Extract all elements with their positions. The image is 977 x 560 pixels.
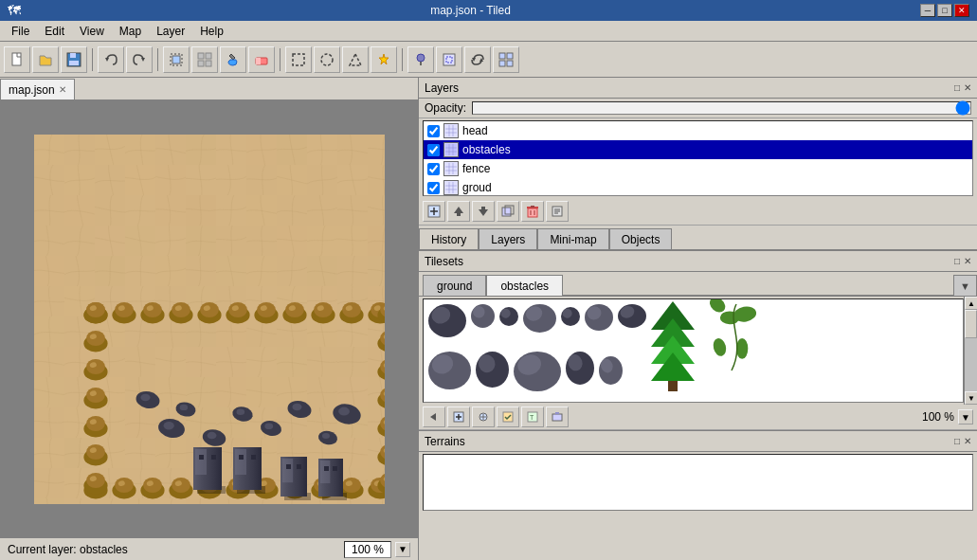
layer-fence-name: fence	[462, 162, 968, 175]
select-object-button[interactable]	[436, 46, 462, 73]
layers-float-button[interactable]: □	[954, 82, 960, 93]
layer-item-fence[interactable]: fence	[424, 159, 972, 178]
rect-select-button[interactable]	[285, 46, 312, 73]
menu-file[interactable]: File	[4, 23, 37, 40]
layer-obstacles-icon	[443, 142, 459, 157]
layer-fence-checkbox[interactable]	[427, 163, 440, 175]
opacity-slider[interactable]	[472, 101, 971, 115]
toolbar-separator-2	[157, 48, 158, 71]
tileset-edit-button[interactable]	[472, 406, 495, 427]
tile-canvas[interactable]	[34, 135, 385, 504]
svg-rect-3	[69, 61, 79, 65]
move-layer-up-button[interactable]	[447, 201, 470, 222]
tab-history[interactable]: History	[419, 228, 479, 249]
tab-objects[interactable]: Objects	[609, 228, 673, 249]
magic-wand-button[interactable]	[371, 46, 397, 73]
tileset-tab-obstacles-label: obstacles	[500, 280, 549, 293]
tab-layers[interactable]: Layers	[479, 228, 537, 249]
tileset-scroll-up[interactable]: ▲	[965, 297, 977, 310]
add-layer-button[interactable]	[423, 201, 445, 222]
move-layer-down-button[interactable]	[472, 201, 495, 222]
undo-button[interactable]	[98, 46, 124, 73]
duplicate-layer-button[interactable]	[497, 201, 519, 222]
layers-close-button[interactable]: ✕	[964, 82, 971, 93]
opacity-label: Opacity:	[425, 101, 466, 115]
map-tab-close[interactable]: ✕	[59, 84, 66, 95]
tile-view-button[interactable]	[493, 46, 519, 73]
title-bar: 🗺 map.json - Tiled ─ □ ✕	[0, 0, 977, 21]
eraser-button[interactable]	[248, 46, 275, 73]
svg-rect-53	[502, 208, 511, 216]
triangle-select-button[interactable]	[342, 46, 369, 73]
open-button[interactable]	[32, 46, 59, 73]
tab-mini-map[interactable]: Mini-map	[537, 228, 608, 249]
menu-edit[interactable]: Edit	[37, 23, 72, 40]
tileset-scroll-down[interactable]: ▼	[965, 391, 977, 405]
layer-item-head[interactable]: head	[424, 121, 972, 140]
layer-obstacles-checkbox[interactable]	[427, 144, 440, 156]
redo-button[interactable]	[126, 46, 153, 73]
tileset-content[interactable]	[423, 298, 964, 403]
tilesets-float-button[interactable]: □	[954, 256, 960, 266]
layers-panel-header: Layers □ ✕	[419, 78, 977, 99]
random-mode-button[interactable]	[191, 46, 218, 73]
layer-toolbar	[419, 198, 977, 226]
tab-mini-map-label: Mini-map	[550, 233, 596, 246]
tileset-zoom-dropdown[interactable]: ▼	[958, 409, 973, 425]
svg-marker-5	[141, 58, 145, 62]
tileset-save-button[interactable]	[497, 406, 519, 427]
tileset-zoom: 100 % ▼	[922, 409, 973, 425]
canvas-area: map.json ✕ Current layer: obstacles 100 …	[0, 78, 418, 560]
close-button[interactable]: ✕	[954, 4, 969, 17]
tileset-tab-more-button[interactable]: ▼	[953, 275, 977, 296]
tileset-canvas[interactable]	[424, 299, 945, 400]
layer-groud-checkbox[interactable]	[427, 182, 440, 194]
tileset-tabs-row: ground obstacles ▼	[419, 272, 977, 297]
svg-rect-22	[499, 53, 505, 59]
bucket-fill-button[interactable]	[220, 46, 246, 73]
tileset-scroll-thumb[interactable]	[965, 310, 977, 338]
terrains-float-button[interactable]: □	[954, 436, 960, 446]
svg-marker-16	[350, 54, 361, 65]
new-button[interactable]	[4, 46, 30, 73]
layer-item-groud[interactable]: groud	[424, 178, 972, 196]
menu-map[interactable]: Map	[112, 23, 149, 40]
svg-rect-41	[445, 182, 457, 193]
ellipse-select-button[interactable]	[314, 46, 340, 73]
layer-head-icon	[443, 123, 459, 138]
map-tab[interactable]: map.json ✕	[0, 79, 75, 99]
layer-head-checkbox[interactable]	[427, 125, 440, 137]
layers-panel: Layers □ ✕ Opacity: head	[419, 78, 977, 251]
insert-object-button[interactable]	[407, 46, 434, 73]
zoom-down-button[interactable]: ▼	[395, 542, 410, 557]
map-canvas[interactable]	[0, 100, 418, 537]
tilesets-close-button[interactable]: ✕	[964, 256, 971, 266]
maximize-button[interactable]: □	[937, 4, 952, 17]
layer-groud-icon	[443, 180, 459, 195]
tileset-tab-ground[interactable]: ground	[423, 275, 486, 296]
svg-rect-2	[70, 53, 76, 58]
terrains-close-button[interactable]: ✕	[964, 436, 971, 446]
menu-help[interactable]: Help	[192, 23, 231, 40]
tileset-new-button[interactable]	[447, 406, 470, 427]
svg-rect-24	[499, 61, 505, 66]
tileset-toolbar: T 100 % ▼	[419, 405, 977, 430]
main-toolbar	[0, 42, 977, 78]
rotate-object-button[interactable]	[464, 46, 491, 73]
svg-rect-11	[206, 61, 211, 66]
tileset-back-button[interactable]	[423, 406, 445, 427]
menu-layer[interactable]: Layer	[149, 23, 192, 40]
svg-rect-23	[507, 53, 513, 59]
tileset-view-button[interactable]	[546, 406, 569, 427]
minimize-button[interactable]: ─	[920, 4, 935, 17]
layer-properties-button[interactable]	[546, 201, 569, 222]
menu-view[interactable]: View	[72, 23, 112, 40]
tileset-export-button[interactable]: T	[521, 406, 544, 427]
save-button[interactable]	[61, 46, 87, 73]
layer-list[interactable]: head obstacles fence	[423, 120, 973, 196]
tileset-tab-obstacles[interactable]: obstacles	[486, 275, 563, 296]
layer-item-obstacles[interactable]: obstacles	[424, 140, 972, 159]
svg-rect-74	[552, 414, 562, 421]
stamp-brush-button[interactable]	[163, 46, 190, 73]
delete-layer-button[interactable]	[521, 201, 544, 222]
